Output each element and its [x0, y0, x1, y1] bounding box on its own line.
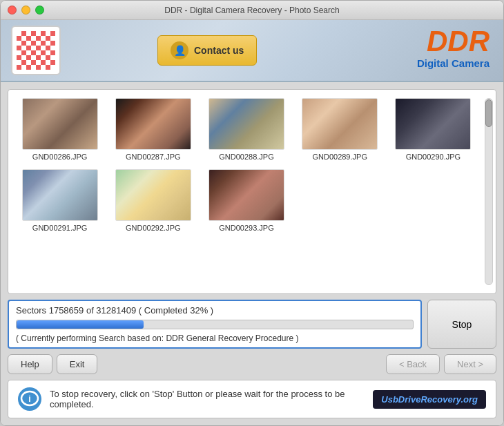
logo-icon	[17, 31, 55, 70]
navigation-bar: Help Exit < Back Next >	[8, 354, 496, 374]
info-icon: i	[18, 387, 41, 411]
filename-label: GND00291.JPG	[32, 224, 87, 232]
scrollbar-thumb[interactable]	[485, 99, 492, 127]
filename-label: GND00288.JPG	[219, 153, 273, 161]
list-item[interactable]: GND00293.JPG	[203, 169, 289, 232]
thumbnail	[115, 169, 191, 221]
thumbnail	[22, 98, 98, 150]
filename-label: GND00293.JPG	[219, 224, 273, 232]
window-title: DDR - Digital Camera Recovery - Photo Se…	[164, 6, 339, 15]
list-item[interactable]: GND00290.JPG	[390, 98, 476, 161]
brand-subtitle: Digital Camera	[417, 57, 490, 69]
filename-label: GND00286.JPG	[32, 153, 87, 161]
progress-area: Sectors 1758659 of 31281409 ( Completed …	[8, 300, 496, 349]
help-button[interactable]: Help	[8, 354, 52, 374]
progress-box: Sectors 1758659 of 31281409 ( Completed …	[8, 300, 422, 349]
main-content: GND00286.JPG GND00287.JPG GND00288.JPG G…	[1, 82, 503, 425]
title-bar: DDR - Digital Camera Recovery - Photo Se…	[1, 1, 503, 20]
list-item[interactable]: GND00289.JPG	[297, 98, 383, 161]
filename-label: GND00289.JPG	[312, 153, 367, 161]
app-window: DDR - Digital Camera Recovery - Photo Se…	[0, 0, 504, 426]
status-text: ( Currently performing Search based on: …	[16, 333, 414, 343]
thumbnail	[209, 169, 284, 221]
app-logo	[11, 26, 61, 75]
website-text: UsbDriveRecovery.org	[381, 394, 478, 405]
filename-label: GND00292.JPG	[126, 224, 180, 232]
website-badge: UsbDriveRecovery.org	[373, 390, 486, 409]
info-bar: i To stop recovery, click on 'Stop' Butt…	[8, 380, 496, 418]
contact-label: Contact us	[194, 45, 244, 56]
thumbnail	[395, 98, 471, 150]
window-controls	[8, 6, 44, 14]
photo-gallery: GND00286.JPG GND00287.JPG GND00288.JPG G…	[8, 89, 496, 294]
list-item[interactable]: GND00288.JPG	[203, 98, 289, 161]
list-item[interactable]: GND00291.JPG	[17, 169, 103, 232]
filename-label: GND00290.JPG	[406, 153, 461, 161]
list-item[interactable]: GND00287.JPG	[110, 98, 196, 161]
sectors-text: Sectors 1758659 of 31281409 ( Completed …	[16, 305, 414, 316]
brand-name: DDR	[417, 27, 490, 56]
list-item[interactable]: GND00286.JPG	[17, 98, 103, 161]
thumbnail	[209, 98, 284, 150]
photo-row-2: GND00291.JPG GND00292.JPG GND00293.JPG	[17, 169, 487, 232]
next-button[interactable]: Next >	[444, 354, 496, 374]
list-item[interactable]: GND00292.JPG	[110, 169, 196, 232]
info-message: To stop recovery, click on 'Stop' Button…	[50, 389, 365, 409]
progress-bar	[16, 320, 414, 329]
progress-fill	[17, 320, 144, 329]
thumbnail	[302, 98, 378, 150]
speech-bubble-icon: i	[20, 389, 39, 409]
scrollbar[interactable]	[485, 98, 493, 285]
contact-button[interactable]: 👤 Contact us	[157, 35, 257, 66]
thumbnail	[22, 169, 98, 221]
brand-area: DDR Digital Camera	[417, 27, 490, 69]
close-button[interactable]	[8, 6, 17, 14]
photo-row-1: GND00286.JPG GND00287.JPG GND00288.JPG G…	[17, 98, 487, 161]
thumbnail	[115, 98, 191, 150]
exit-button[interactable]: Exit	[57, 354, 98, 374]
app-header: 👤 Contact us DDR Digital Camera	[1, 20, 503, 82]
contact-icon: 👤	[171, 41, 188, 59]
maximize-button[interactable]	[35, 6, 44, 14]
filename-label: GND00287.JPG	[126, 153, 180, 161]
back-button[interactable]: < Back	[386, 354, 440, 374]
stop-button[interactable]: Stop	[427, 300, 496, 349]
minimize-button[interactable]	[21, 6, 30, 14]
svg-text:i: i	[28, 394, 30, 404]
